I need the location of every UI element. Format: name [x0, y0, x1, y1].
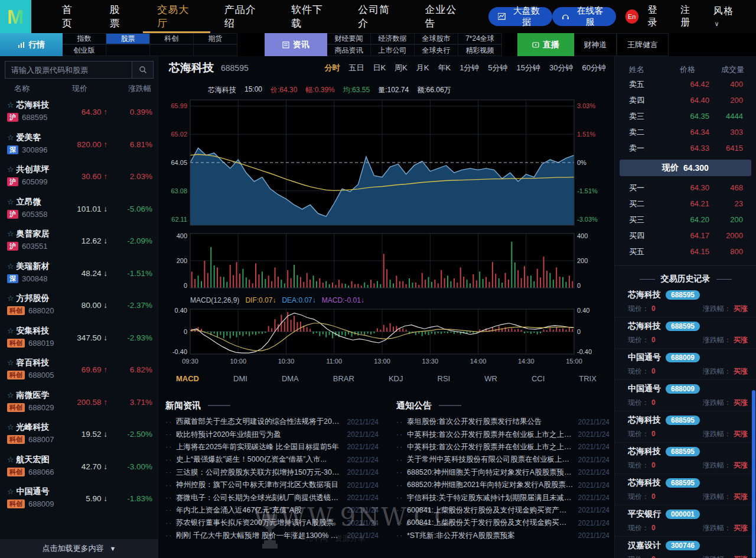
sell-row[interactable]: 卖四64.40200 [615, 92, 756, 108]
notice-item[interactable]: ··*ST兆新:非公开发行A股股票预案2021/1/24 [396, 530, 610, 542]
load-more-button[interactable]: 点击加载更多内容 ▼ [0, 539, 158, 558]
period-tab-周K[interactable]: 周K [395, 63, 408, 73]
star-icon[interactable]: ☆ [7, 229, 14, 238]
newscat-tab-0-0[interactable]: 财经要闻 [327, 33, 371, 44]
sell-row[interactable]: 卖一64.336415 [615, 140, 756, 156]
news-item[interactable]: ··欧比特预计2020年业绩扭亏为盈2021/1/24 [165, 428, 379, 440]
stock-row[interactable]: ☆ 共创草坪沪60509930.60 ↑2.03% [0, 161, 158, 193]
buy-row[interactable]: 买五64.15800 [615, 244, 756, 259]
period-tab-五日[interactable]: 五日 [348, 63, 364, 73]
stock-row[interactable]: ☆ 航天宏图科创68806642.70 ↓-3.00% [0, 451, 158, 484]
notice-item[interactable]: ··中英科技:首次公开发行股票并在创业板上市之上市...2021/1/24 [396, 428, 610, 440]
newscat-tab-1-2[interactable]: 全球央行 [415, 44, 458, 56]
login-link[interactable]: 登 录 [648, 4, 671, 29]
history-entry[interactable]: 芯海科技688595现价：0涨跌幅：买涨 [615, 443, 756, 474]
buy-row[interactable]: 买四64.172000 [615, 228, 756, 244]
star-icon[interactable]: ☆ [7, 294, 14, 303]
indicator-tab-DMI[interactable]: DMI [233, 374, 247, 383]
star-icon[interactable]: ☆ [7, 326, 14, 335]
history-entry[interactable]: 芯海科技688595现价：0涨跌幅：买涨 [615, 286, 756, 317]
news-item[interactable]: ··赛微电子：公司长期为全球光刻机厂商提供透镜系统...2021/1/24 [165, 491, 379, 504]
news-item[interactable]: ··上海将在2025年前实现碳达峰 比全国目标提前5年2021/1/24 [165, 441, 379, 453]
stock-row[interactable]: ☆ 奥普家居沪60355112.62 ↓-2.09% [0, 225, 158, 258]
sell-row[interactable]: 卖五64.42400 [615, 76, 756, 92]
star-icon[interactable]: ☆ [7, 262, 14, 271]
indicator-tab-TRIX[interactable]: TRIX [579, 374, 597, 383]
nav-item-7[interactable]: 企业公告 [410, 0, 477, 33]
volume-chart[interactable]: 40040020020000 [158, 231, 614, 294]
history-entry[interactable]: 中国通号688009现价：0涨跌幅：买涨 [615, 380, 756, 411]
period-tab-15分钟[interactable]: 15分钟 [517, 63, 540, 73]
stock-row[interactable]: ☆ 芯海科技沪68859564.30 ↑0.39% [0, 96, 158, 129]
nav-item-1[interactable]: 首页 [48, 0, 96, 33]
star-icon[interactable]: ☆ [7, 358, 14, 367]
price-chart[interactable]: 65.9965.0264.0563.0862.113.03%1.51%0%-1.… [158, 95, 614, 231]
period-tab-日K[interactable]: 日K [373, 63, 386, 73]
news-item[interactable]: ··年内北上资金涌入近467亿元“充值”A股2021/1/24 [165, 504, 379, 517]
news-button[interactable]: 资讯 [265, 33, 327, 56]
scrollbar[interactable] [752, 390, 755, 558]
market-tab-0-0[interactable]: 指数 [63, 33, 106, 44]
online-service-button[interactable]: 在线客服 [552, 7, 615, 26]
search-button[interactable] [132, 61, 153, 78]
star-icon[interactable]: ☆ [7, 100, 14, 109]
star-icon[interactable]: ☆ [7, 455, 14, 464]
star-icon[interactable]: ☆ [7, 423, 14, 432]
app-logo[interactable]: M [0, 0, 31, 33]
history-entry[interactable]: 平安银行000001现价：0涨跌幅：买涨 [615, 505, 756, 537]
nav-item-6[interactable]: 公司简介 [344, 0, 410, 33]
buy-row[interactable]: 买一64.30468 [615, 180, 756, 196]
period-tab-月K[interactable]: 月K [416, 63, 429, 73]
sell-row[interactable]: 卖三64.354444 [615, 108, 756, 124]
indicator-tab-CCI[interactable]: CCI [532, 374, 545, 383]
market-data-button[interactable]: 大盘数据 [488, 7, 553, 26]
stock-row[interactable]: ☆ 方邦股份科创68802080.00 ↓-2.37% [0, 290, 158, 322]
notice-item[interactable]: ··关于常州中英科技股份有限公司股票在创业板上市交...2021/1/24 [396, 453, 610, 466]
caishendao-tab[interactable]: 财神道 [574, 33, 617, 56]
stock-row[interactable]: ☆ 安集科技科创688019347.50 ↓-2.93% [0, 322, 158, 355]
stock-row[interactable]: ☆ 容百科技科创68800569.69 ↑6.82% [0, 354, 158, 387]
period-tab-60分钟[interactable]: 60分钟 [582, 63, 606, 73]
period-tab-1分钟[interactable]: 1分钟 [460, 63, 479, 73]
buy-row[interactable]: 买二64.2123 [615, 196, 756, 212]
indicator-tab-WR[interactable]: WR [484, 374, 497, 383]
stock-row[interactable]: ☆ 美瑞新材深30084848.24 ↓-1.51% [0, 258, 158, 290]
market-tab-1-0[interactable]: 创业版 [63, 44, 106, 56]
search-input[interactable] [5, 61, 132, 78]
news-item[interactable]: ··苏农银行董事长拟斥资200万元增持该行A股股票2021/1/24 [165, 517, 379, 529]
news-item[interactable]: ··神州控股：旗下公司中标天津市河北区大数据项目2021/1/24 [165, 479, 379, 491]
notice-item[interactable]: ··688520:神州细胞2021年向特定对象发行A股股票预案2021/1/24 [396, 479, 610, 491]
star-icon[interactable]: ☆ [7, 391, 14, 400]
indicator-tab-DMA[interactable]: DMA [282, 374, 299, 383]
market-tab-0-3[interactable]: 期货 [194, 33, 237, 44]
news-item[interactable]: ··西藏首部关于生态文明建设的综合性法规将于2021...2021/1/24 [165, 416, 379, 428]
indicator-tab-MACD[interactable]: MACD [176, 374, 199, 383]
notice-item[interactable]: ··宇信科技:关于特定股东减持计划期限届满且未减持...2021/1/24 [396, 491, 610, 504]
market-tab-0-2[interactable]: 科创 [150, 33, 194, 44]
history-entry[interactable]: 芯海科技688595现价：0涨跌幅：买涨 [615, 411, 756, 443]
newscat-tab-1-3[interactable]: 精彩视频 [458, 44, 502, 56]
nav-item-4[interactable]: 产品介绍 [210, 0, 277, 33]
star-icon[interactable]: ☆ [7, 133, 14, 142]
star-icon[interactable]: ☆ [7, 165, 14, 174]
stock-row[interactable]: ☆ 光峰科技科创68800719.52 ↓-2.50% [0, 418, 158, 451]
macd-chart[interactable]: 0.400.4000-0.40-0.40 [158, 307, 614, 356]
newscat-tab-0-2[interactable]: 全球股市 [415, 33, 458, 44]
newscat-tab-1-1[interactable]: 上市公司 [371, 44, 415, 56]
notice-item[interactable]: ··688520:神州细胞关于向特定对象发行A股股票预案...2021/1/24 [396, 466, 610, 479]
history-entry[interactable]: 芯海科技688595现价：0涨跌幅：买涨 [615, 474, 756, 505]
nav-item-5[interactable]: 软件下载 [277, 0, 344, 33]
notice-item[interactable]: ··泰坦股份:首次公开发行股票发行结果公告2021/1/24 [396, 416, 610, 428]
news-item[interactable]: ··三达膜：公司控股股东关联方拟增持150万元-300万...2021/1/24 [165, 466, 379, 479]
buy-row[interactable]: 买三64.20200 [615, 212, 756, 228]
star-icon[interactable]: ☆ [7, 487, 14, 496]
stock-row[interactable]: ☆ 爱美客深300896820.00 ↑6.81% [0, 129, 158, 161]
newscat-tab-0-3[interactable]: 7*24全球 [458, 33, 502, 44]
quotes-button[interactable]: 行情 [0, 33, 63, 56]
notice-item[interactable]: ··中英科技:首次公开发行股票并在创业板上市之上市...2021/1/24 [396, 441, 610, 453]
notice-item[interactable]: ··600841:上柴股份关于发行股份及支付现金购买资产...2021/1/24 [396, 517, 610, 529]
period-tab-年K[interactable]: 年K [438, 63, 451, 73]
style-dropdown[interactable]: 风格 ∨ [713, 5, 743, 28]
notice-item[interactable]: ··600841:上柴股份发行股份及支付现金购买资产并募...2021/1/24 [396, 504, 610, 517]
history-entry[interactable]: 芯海科技688595现价：0涨跌幅：买涨 [615, 317, 756, 349]
